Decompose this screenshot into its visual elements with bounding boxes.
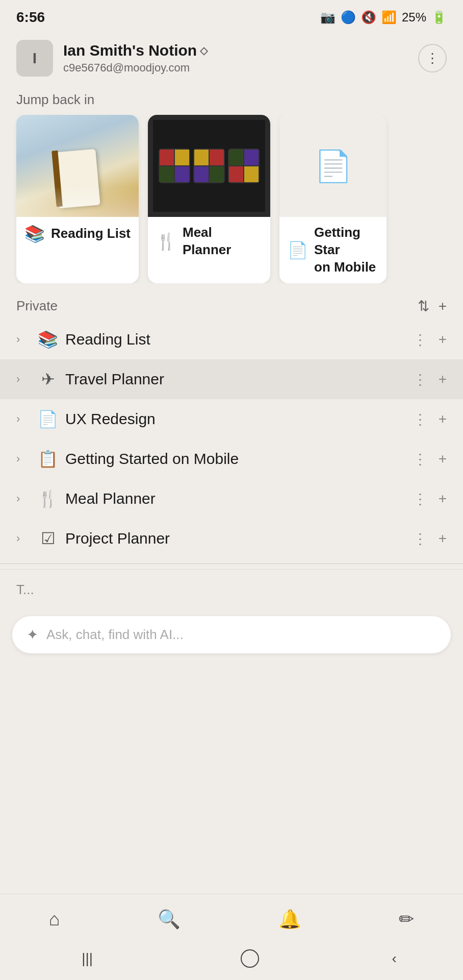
reading-list-title: Reading List <box>51 225 131 242</box>
ai-sparkle-icon: ✦ <box>27 626 38 643</box>
mute-icon: 🔇 <box>361 10 376 24</box>
search-icon: 🔍 <box>158 909 181 930</box>
card-meal-planner[interactable]: 🍴 Meal Planner <box>148 115 270 283</box>
meal-planner-sidebar-label: Meal Planner <box>65 490 156 507</box>
meal-planner-add-button[interactable]: + <box>439 491 447 507</box>
wifi-icon: 📶 <box>381 10 397 24</box>
project-planner-dots-icon[interactable]: ⋮ <box>413 530 427 547</box>
card-meal-planner-bottom: 🍴 Meal Planner <box>148 217 270 266</box>
reading-list-dots-icon[interactable]: ⋮ <box>413 331 427 348</box>
project-planner-sidebar-icon: ☑ <box>38 529 58 548</box>
avatar[interactable]: I <box>16 40 53 77</box>
getting-started-add-button[interactable]: + <box>439 451 447 467</box>
travel-planner-dots-icon[interactable]: ⋮ <box>413 371 427 388</box>
ux-redesign-add-button[interactable]: + <box>439 411 447 427</box>
battery-percent: 25% <box>402 10 426 24</box>
chevron-project-planner: › <box>16 532 31 545</box>
meal-cell-red <box>160 150 174 165</box>
nav-home[interactable]: ⌂ <box>37 904 72 934</box>
system-nav-home[interactable] <box>241 949 259 968</box>
card-reading-list-bottom: 📚 Reading List <box>16 217 139 251</box>
project-planner-add-button[interactable]: + <box>439 530 447 547</box>
bell-icon: 🔔 <box>278 909 301 930</box>
card-getting-started-bottom: 📄 Getting Staron Mobile <box>279 217 387 283</box>
meal-cell-yellow-3 <box>244 166 259 182</box>
card-meal-planner-image <box>148 115 270 217</box>
meal-box-3 <box>228 149 260 183</box>
workspace-info: Ian Smith's Notion ◇ c9e5676d@moodjoy.co… <box>63 42 208 75</box>
getting-started-sidebar-label: Getting Started on Mobile <box>65 450 239 468</box>
chevron-ux-redesign: › <box>16 412 31 426</box>
reading-list-add-button[interactable]: + <box>439 331 447 348</box>
add-private-button[interactable]: + <box>439 298 447 314</box>
card-reading-list[interactable]: 📚 Reading List <box>16 115 139 283</box>
status-icons: 📷 🔵 🔇 📶 25% 🔋 <box>320 10 447 24</box>
sidebar-item-meal-planner[interactable]: › 🍴 Meal Planner ⋮ + <box>0 479 463 519</box>
project-planner-sidebar-label: Project Planner <box>65 530 170 547</box>
getting-started-title: Getting Staron Mobile <box>314 224 378 276</box>
reading-list-sidebar-icon: 📚 <box>38 330 58 349</box>
meal-planner-dots-icon[interactable]: ⋮ <box>413 491 427 507</box>
getting-started-sidebar-icon: 📋 <box>38 449 58 469</box>
bottom-nav: ⌂ 🔍 🔔 ✏ <box>0 894 463 939</box>
cards-row: 📚 Reading List <box>0 115 463 283</box>
system-nav-menu[interactable]: ||| <box>66 946 108 971</box>
chevron-getting-started: › <box>16 452 31 465</box>
document-icon: 📄 <box>314 148 352 184</box>
meal-cell-yellow-2 <box>194 150 209 165</box>
meal-planner-sidebar-icon: 🍴 <box>38 489 58 508</box>
meal-planner-title: Meal Planner <box>183 224 262 259</box>
sidebar-items: › 📚 Reading List ⋮ + › ✈ Travel Planner … <box>0 320 463 558</box>
chevron-meal-planner: › <box>16 492 31 505</box>
sidebar-item-travel-planner[interactable]: › ✈ Travel Planner ⋮ + <box>0 359 463 399</box>
meal-cell-yellow <box>175 150 189 165</box>
meal-cell-green <box>160 166 174 182</box>
chevron-reading-list: › <box>16 333 31 346</box>
card-getting-started-image: 📄 <box>279 115 387 217</box>
reading-list-icon: 📚 <box>24 224 45 243</box>
more-icon: ⋮ <box>426 51 439 66</box>
system-nav: ||| ‹ <box>0 939 463 980</box>
getting-started-dots-icon[interactable]: ⋮ <box>413 451 427 468</box>
bluetooth-icon: 🔵 <box>341 10 356 24</box>
header: I Ian Smith's Notion ◇ c9e5676d@moodjoy.… <box>0 31 463 82</box>
sidebar-item-reading-list[interactable]: › 📚 Reading List ⋮ + <box>0 320 463 359</box>
private-actions: ⇅ + <box>418 298 447 314</box>
more-options-button[interactable]: ⋮ <box>418 44 447 72</box>
ux-redesign-dots-icon[interactable]: ⋮ <box>413 411 427 428</box>
ai-placeholder-text: Ask, chat, find with AI... <box>46 627 184 643</box>
status-bar: 6:56 📷 🔵 🔇 📶 25% 🔋 <box>0 0 463 31</box>
meal-visual <box>153 120 265 212</box>
workspace-email: c9e5676d@moodjoy.com <box>63 61 208 75</box>
meal-cell-red-3 <box>229 166 243 182</box>
meal-box-1 <box>159 149 190 183</box>
sidebar-item-getting-started-mobile[interactable]: › 📋 Getting Started on Mobile ⋮ + <box>0 439 463 479</box>
meal-cell-green-3 <box>229 150 243 165</box>
meal-box-2 <box>193 149 225 183</box>
private-label: Private <box>16 298 58 314</box>
meal-planner-icon: 🍴 <box>156 232 176 251</box>
teamspaces-label: T... <box>0 569 463 603</box>
nav-notifications[interactable]: 🔔 <box>266 904 314 934</box>
reading-list-sidebar-label: Reading List <box>65 331 150 348</box>
ux-redesign-sidebar-icon: 📄 <box>38 409 58 429</box>
card-getting-started[interactable]: 📄 📄 Getting Staron Mobile <box>279 115 387 283</box>
status-time: 6:56 <box>16 9 45 26</box>
system-nav-back[interactable]: ‹ <box>392 950 397 967</box>
book-visual <box>16 115 139 217</box>
meal-cell-purple <box>175 166 189 182</box>
nav-edit[interactable]: ✏ <box>387 904 426 934</box>
jump-back-in-label: Jump back in <box>0 82 463 115</box>
sort-icon[interactable]: ⇅ <box>418 298 429 314</box>
meal-cell-red-2 <box>210 150 224 165</box>
workspace-name[interactable]: Ian Smith's Notion ◇ <box>63 42 208 59</box>
sidebar-item-project-planner[interactable]: › ☑ Project Planner ⋮ + <box>0 519 463 558</box>
edit-icon: ✏ <box>399 909 414 930</box>
sidebar-item-ux-redesign[interactable]: › 📄 UX Redesign ⋮ + <box>0 399 463 439</box>
camera-icon: 📷 <box>320 10 336 24</box>
nav-search[interactable]: 🔍 <box>145 904 193 934</box>
travel-planner-add-button[interactable]: + <box>439 371 447 387</box>
workspace-chevron-icon: ◇ <box>200 44 208 57</box>
getting-started-icon: 📄 <box>288 240 308 260</box>
ai-bar[interactable]: ✦ Ask, chat, find with AI... <box>12 616 451 653</box>
